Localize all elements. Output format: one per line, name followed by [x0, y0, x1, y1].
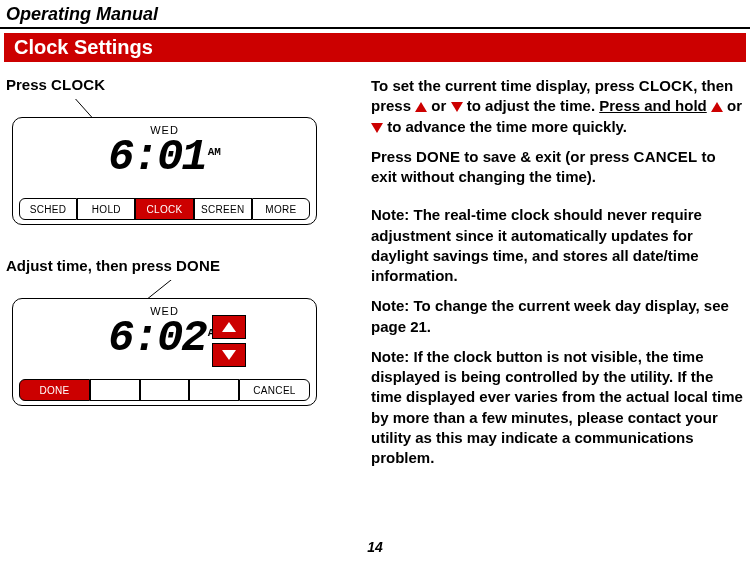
- step1-label: Press CLOCK: [6, 76, 351, 93]
- time-display-1: 6:01AM: [19, 132, 310, 182]
- header-rule: [0, 27, 750, 29]
- screen-button[interactable]: SCREEN: [194, 198, 252, 220]
- step1-button-name: CLOCK: [51, 76, 105, 93]
- step2-prefix: Adjust time, then press: [6, 257, 176, 274]
- p1a: To set the current time display, press: [371, 77, 639, 94]
- p1g: to advance the time more quickly.: [383, 118, 627, 135]
- button-row-1: SCHED HOLD CLOCK SCREEN MORE: [19, 198, 310, 220]
- ampm-1: AM: [208, 146, 221, 158]
- note-label-2: Note:: [371, 297, 409, 314]
- button-row-2: DONE CANCEL: [19, 379, 310, 401]
- up-arrow-icon: [222, 322, 236, 332]
- note-label-1: Note:: [371, 206, 409, 223]
- clock-button[interactable]: CLOCK: [135, 198, 193, 220]
- p1f: or: [723, 97, 742, 114]
- blank-button-1[interactable]: [90, 379, 140, 401]
- p1-hold: Press and hold: [599, 97, 707, 114]
- blank-button-2[interactable]: [140, 379, 190, 401]
- down-triangle-icon: [451, 102, 463, 112]
- page-number: 14: [0, 539, 750, 555]
- lcd-1: WED 6:01AM: [19, 124, 310, 192]
- lcd-2: WED 6:02AM: [19, 305, 310, 373]
- note-label-3: Note:: [371, 348, 409, 365]
- content-area: Press CLOCK WED 6:01AM SCHED HOLD CLOCK …: [0, 76, 750, 478]
- time-value-1: 6:01: [108, 132, 206, 182]
- p2a: Press: [371, 148, 416, 165]
- step1-prefix: Press: [6, 76, 51, 93]
- section-title: Clock Settings: [4, 33, 746, 62]
- down-arrow-icon: [222, 350, 236, 360]
- note-1-text: The real-time clock should never require…: [371, 206, 702, 284]
- time-value-2: 6:02: [108, 313, 206, 363]
- left-column: Press CLOCK WED 6:01AM SCHED HOLD CLOCK …: [6, 76, 351, 478]
- hold-button[interactable]: HOLD: [77, 198, 135, 220]
- right-column: To set the current time display, press C…: [371, 76, 744, 478]
- instruction-p2: Press DONE to save & exit (or press CANC…: [371, 147, 744, 188]
- p1-clock: CLOCK: [639, 77, 693, 94]
- note-2-text: To change the current week day display, …: [371, 297, 729, 334]
- note-2: Note: To change the current week day dis…: [371, 296, 744, 337]
- arrow-pad: [212, 315, 246, 371]
- p2b: to save & exit (or press: [460, 148, 633, 165]
- device2-wrap: WED 6:02AM DONE CANCEL: [6, 280, 351, 420]
- note-3-text: If the clock button is not visible, the …: [371, 348, 743, 466]
- time-display-2: 6:02AM: [19, 313, 310, 363]
- p1d: to adjust the time.: [463, 97, 600, 114]
- step2-button-name: DONE: [176, 257, 220, 274]
- instruction-p1: To set the current time display, press C…: [371, 76, 744, 137]
- thermostat-display-2: WED 6:02AM DONE CANCEL: [12, 298, 317, 406]
- up-triangle-icon-2: [711, 102, 723, 112]
- manual-title: Operating Manual: [0, 0, 750, 27]
- up-triangle-icon: [415, 102, 427, 112]
- blank-button-3[interactable]: [189, 379, 239, 401]
- cancel-button[interactable]: CANCEL: [239, 379, 310, 401]
- down-arrow-button[interactable]: [212, 343, 246, 367]
- done-button[interactable]: DONE: [19, 379, 90, 401]
- down-triangle-icon-2: [371, 123, 383, 133]
- device1-wrap: WED 6:01AM SCHED HOLD CLOCK SCREEN MORE: [6, 99, 351, 239]
- more-button[interactable]: MORE: [252, 198, 310, 220]
- p1c: or: [427, 97, 450, 114]
- note-1: Note: The real-time clock should never r…: [371, 205, 744, 286]
- sched-button[interactable]: SCHED: [19, 198, 77, 220]
- p2-cancel: CANCEL: [634, 148, 698, 165]
- up-arrow-button[interactable]: [212, 315, 246, 339]
- thermostat-display-1: WED 6:01AM SCHED HOLD CLOCK SCREEN MORE: [12, 117, 317, 225]
- note-3: Note: If the clock button is not visible…: [371, 347, 744, 469]
- step2-label: Adjust time, then press DONE: [6, 257, 351, 274]
- p2-done: DONE: [416, 148, 460, 165]
